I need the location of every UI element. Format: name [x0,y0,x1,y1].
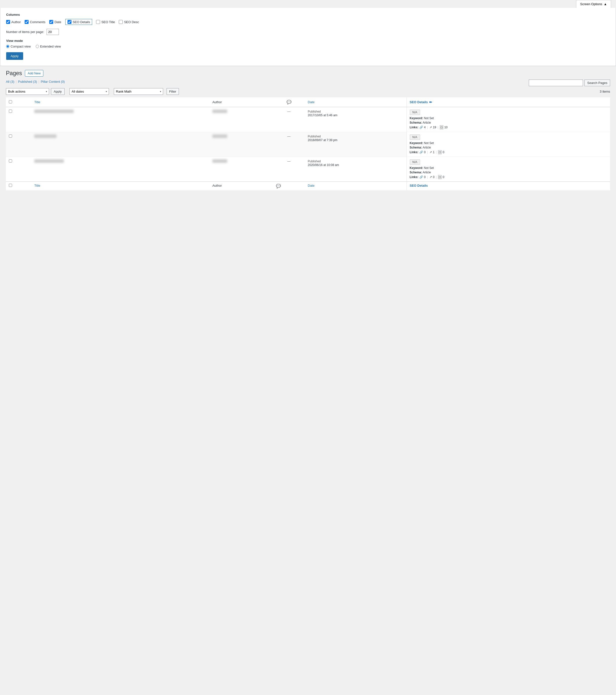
row1-keyword-line: Keyword: Not Set [410,117,607,120]
col-checkbox-seo-title[interactable] [96,20,100,24]
separator-2: | [38,80,39,84]
col-label-comments: Comments [30,20,45,24]
col-option-date[interactable]: Date [49,20,61,24]
col-option-seo-desc[interactable]: SEO Desc [119,20,139,24]
row2-links-line: Links: 🔗 0 | ↗ 1 | ⊡ 0 [410,150,607,154]
filter-all-link[interactable]: All (3) [6,80,14,84]
view-mode-heading: View mode [6,39,610,43]
separator-1: | [16,80,17,84]
bulk-actions-select[interactable]: Bulk actions [6,88,49,95]
filter-published-link[interactable]: Published (3) [18,80,37,84]
extended-view-radio[interactable] [36,45,39,48]
col-label-seo-details: SEO Details [73,20,90,24]
table-footer-row: Title Author 💬 Date SEO Details [6,182,610,191]
link-icon-row3: 🔗 [419,175,423,179]
col-checkbox-date[interactable] [49,20,53,24]
row1-title-blurred [34,109,74,113]
col-option-author[interactable]: Author [6,20,21,24]
row3-date-status: Published [308,159,321,163]
header-title-col[interactable]: Title [31,97,210,107]
col-option-seo-title[interactable]: SEO Title [96,20,115,24]
row2-schema-line: Schema: Article [410,146,607,149]
header-comments-col: 💬 [273,97,305,107]
row3-checkbox[interactable] [9,159,12,163]
view-mode-section: View mode Compact view Extended view [6,39,610,48]
row1-checkbox[interactable] [9,109,12,113]
filter-button[interactable]: Filter [167,88,179,95]
affiliate-icon-row3: ⊡ [438,175,442,179]
pagination-label: Number of items per page: [6,30,59,34]
dates-select[interactable]: All dates [69,88,109,95]
compact-view-label: Compact view [11,45,31,48]
row3-schema-line: Schema: Article [410,171,607,174]
header-date-col[interactable]: Date [305,97,406,107]
row1-title-cell [31,107,210,132]
add-new-button[interactable]: Add New [25,70,43,77]
row1-date-status: Published [308,110,321,113]
col-label-seo-title: SEO Title [101,20,115,24]
filter-pillar-link[interactable]: Pillar Content (0) [41,80,65,84]
row3-keyword-line: Keyword: Not Set [410,166,607,170]
row2-seo-badge: N/A [410,134,420,140]
screen-options-button[interactable]: Screen Options ▲ [576,0,611,8]
seo-details-edit-icon[interactable]: ✏ [429,100,432,104]
col-checkbox-seo-details[interactable] [67,20,71,24]
row3-seo-cell: N/A Keyword: Not Set Schema: Article Lin… [406,157,610,182]
chevron-up-icon: ▲ [604,2,607,6]
screen-options-panel: Columns Author Comments Date SEO Details [0,8,616,66]
extended-view-label: Extended view [40,45,61,48]
header-author-col: Author [210,97,273,107]
bulk-actions-bar: Bulk actions ▾ Apply All dates ▾ Rank Ma… [6,88,610,95]
view-mode-options: Compact view Extended view [6,45,610,48]
screen-options-label: Screen Options [580,2,602,6]
items-per-page-input[interactable] [47,29,59,35]
row2-author-cell [210,132,273,157]
row1-author-blurred [212,109,227,113]
items-count: 3 items [600,90,610,94]
affiliate-icon-row2: ⊡ [438,150,442,154]
row3-author-cell [210,157,273,182]
col-option-comments[interactable]: Comments [24,20,45,24]
select-all-checkbox[interactable] [9,100,12,103]
search-pages-button[interactable]: Search Pages [584,80,610,86]
bulk-actions-wrapper: Bulk actions ▾ [6,88,49,95]
row1-author-cell [210,107,273,132]
row3-date-cell: Published 2020/06/16 at 10:08 am [305,157,406,182]
row3-comments-dash: — [287,159,290,163]
row2-comments-cell: — [273,132,305,157]
extended-view-option[interactable]: Extended view [36,45,61,48]
footer-date-col: Date [305,182,406,191]
header-checkbox-col [6,97,31,107]
row3-date-value: 2020/06/16 at 10:08 am [308,163,339,167]
row2-title-cell [31,132,210,157]
row2-comments-dash: — [287,134,290,138]
row2-checkbox[interactable] [9,134,12,138]
row1-links-line: Links: 🔗 4 | ↗ 19 | ⊡ 10 [410,125,607,129]
row3-title-blurred [34,159,64,163]
compact-view-radio[interactable] [6,45,10,48]
col-label-date: Date [54,20,61,24]
row1-schema-line: Schema: Article [410,121,607,124]
row1-date-cell: Published 2017/10/05 at 5:46 am [305,107,406,132]
row1-comments-dash: — [287,109,290,113]
bulk-apply-button[interactable]: Apply [51,88,65,95]
col-option-seo-details[interactable]: SEO Details [65,19,93,25]
screen-options-apply-button[interactable]: Apply [6,52,23,60]
footer-select-all-checkbox[interactable] [9,184,12,187]
col-checkbox-seo-desc[interactable] [119,20,123,24]
rank-math-wrapper: Rank Math ▾ [112,88,163,95]
compact-view-option[interactable]: Compact view [6,45,31,48]
row2-keyword-line: Keyword: Not Set [410,141,607,145]
page-heading: Pages Add New [6,70,610,77]
row3-comments-cell: — [273,157,305,182]
row1-comments-cell: — [273,107,305,132]
search-input[interactable] [529,80,583,86]
row3-seo-badge: N/A [410,159,420,165]
comment-bubble-icon: 💬 [286,100,292,104]
col-label-seo-desc: SEO Desc [124,20,139,24]
footer-title-col: Title [31,182,210,191]
col-checkbox-comments[interactable] [24,20,29,24]
row1-seo-cell: N/A Keyword: Not Set Schema: Article Lin… [406,107,610,132]
rank-math-select[interactable]: Rank Math [114,88,163,95]
col-checkbox-author[interactable] [6,20,10,24]
